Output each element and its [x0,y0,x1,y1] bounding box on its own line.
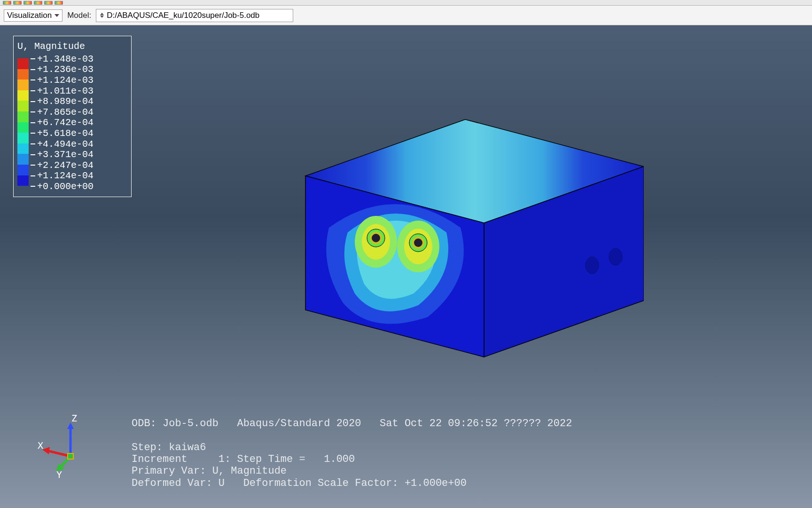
model-path-value: D:/ABAQUS/CAE_ku/1020super/Job-5.odb [107,11,259,20]
legend-color-segment [17,154,29,165]
legend-color-segment [17,143,29,154]
legend-color-segment [17,165,29,175]
legend-color-segment [17,101,29,111]
legend-tick: +1.348e-03 [30,54,94,64]
spinner-icon[interactable] [100,13,104,18]
toolbar-icon[interactable] [34,1,42,5]
toolbar-icon[interactable] [13,1,22,5]
toolbar-icon[interactable] [3,1,11,5]
svg-point-2 [586,257,599,274]
legend-tick: +0.000e+00 [30,181,94,192]
status-block: ODB: Job-5.odb Abaqus/Standard 2020 Sat … [132,418,572,489]
svg-point-11 [372,234,380,242]
module-model-row: Visualization Model: D:/ABAQUS/CAE_ku/10… [0,6,812,25]
svg-point-12 [414,238,422,247]
fea-model-render [277,115,644,359]
status-line: ODB: Job-5.odb Abaqus/Standard 2020 Sat … [132,418,572,429]
legend-tick: +7.865e-04 [30,107,94,118]
module-dropdown[interactable]: Visualization [4,9,62,22]
top-icon-strip [0,0,812,6]
triad-z-label: Z [71,413,77,424]
legend-tick-column: +1.348e-03+1.236e-03+1.124e-03+1.011e-03… [30,54,94,192]
legend-color-segment [17,111,29,122]
contour-legend: U, Magnitude +1.348e-03+1.236e-03+1.124e… [13,36,132,197]
legend-tick: +2.247e-04 [30,160,94,171]
legend-tick: +1.124e-04 [30,171,94,182]
legend-tick: +5.618e-04 [30,128,94,139]
legend-color-segment [17,79,29,90]
toolbar-icon[interactable] [23,1,32,5]
svg-rect-19 [68,453,73,459]
legend-tick: +8.989e-04 [30,96,94,107]
legend-title: U, Magnitude [17,41,127,52]
status-line: Step: kaiwa6 [132,442,206,453]
legend-color-bar [17,58,29,186]
svg-point-3 [609,248,622,265]
module-dropdown-value: Visualization [7,11,52,20]
model-path-field[interactable]: D:/ABAQUS/CAE_ku/1020super/Job-5.odb [96,9,293,22]
legend-color-segment [17,175,29,186]
orientation-triad: Z X Y [38,419,94,480]
legend-body: +1.348e-03+1.236e-03+1.124e-03+1.011e-03… [17,54,127,192]
status-line: Deformed Var: U Deformation Scale Factor… [132,477,467,489]
legend-tick: +3.371e-04 [30,149,94,160]
viewport-3d[interactable]: U, Magnitude +1.348e-03+1.236e-03+1.124e… [0,25,812,508]
legend-tick: +6.742e-04 [30,118,94,128]
legend-color-segment [17,90,29,101]
status-line: Increment 1: Step Time = 1.000 [132,453,355,465]
legend-color-segment [17,122,29,133]
legend-color-segment [17,69,29,80]
chevron-down-icon [55,14,59,17]
triad-x-label: X [38,440,43,451]
legend-tick: +4.494e-04 [30,139,94,150]
toolbar-icon[interactable] [44,1,53,5]
model-label: Model: [67,11,91,20]
legend-tick: +1.124e-03 [30,75,94,86]
legend-color-segment [17,58,29,69]
legend-tick: +1.236e-03 [30,64,94,75]
status-line: Primary Var: U, Magnitude [132,465,287,477]
toolbar-icon[interactable] [55,1,63,5]
svg-line-15 [47,451,70,456]
legend-tick: +1.011e-03 [30,86,94,96]
svg-marker-16 [42,447,50,454]
legend-color-segment [17,133,29,143]
triad-y-label: Y [56,469,62,480]
